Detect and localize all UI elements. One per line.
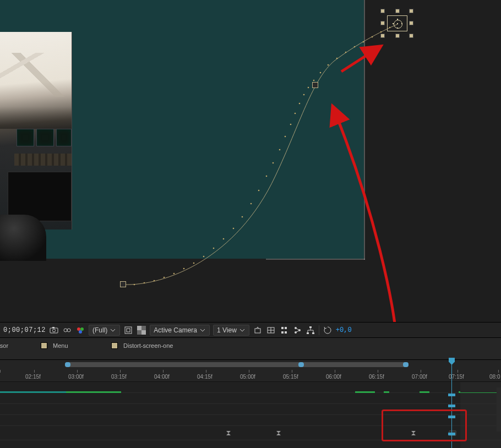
work-area-start-handle[interactable] (65, 362, 70, 367)
exposure-value[interactable]: +0,0 (336, 326, 352, 334)
layer-strip: ursor Menu Distort-screen-one (0, 338, 501, 360)
svg-point-6 (193, 263, 195, 264)
svg-point-17 (285, 136, 286, 138)
show-channel-icon[interactable] (62, 325, 72, 335)
ruler-tick: 06:15f (378, 370, 378, 373)
roi-icon[interactable] (123, 325, 133, 335)
svg-point-16 (279, 149, 281, 151)
reset-exposure-icon[interactable] (323, 325, 333, 335)
ruler-tick-label: 05:00f (240, 374, 262, 380)
svg-point-3 (164, 277, 165, 278)
chevron-down-icon (110, 327, 116, 334)
work-area-mid-handle[interactable] (298, 362, 304, 367)
svg-rect-42 (125, 327, 132, 334)
layer-name: Menu (53, 342, 68, 349)
svg-point-24 (320, 72, 322, 74)
svg-point-28 (354, 46, 356, 48)
layer-name: Distort-screen-one (123, 342, 173, 349)
layer-color-swatch (41, 342, 47, 349)
ruler-tick: 08:0 (498, 370, 499, 373)
svg-point-21 (303, 94, 305, 96)
svg-point-4 (173, 273, 175, 275)
null-object-selected[interactable] (382, 10, 413, 37)
svg-rect-55 (307, 332, 309, 334)
svg-point-14 (266, 176, 268, 177)
work-area-end-handle[interactable] (403, 362, 409, 367)
views-dropdown[interactable]: 1 View (213, 325, 249, 336)
snapshot-icon[interactable] (49, 325, 59, 335)
svg-point-19 (295, 113, 296, 114)
layer-menu[interactable]: Menu (41, 342, 111, 349)
ruler-tick: 03:00f (77, 370, 78, 373)
transform-handle[interactable] (395, 9, 400, 13)
ruler-tick-label: 06:00f (326, 374, 348, 380)
svg-point-10 (233, 228, 235, 230)
transparency-grid-icon[interactable] (137, 325, 146, 335)
layer-distort[interactable]: Distort-screen-one (111, 342, 232, 349)
resolution-label: (Full) (92, 326, 107, 334)
ruler-tick-label: 04:00f (154, 374, 176, 380)
track-row[interactable] (0, 440, 501, 448)
svg-rect-45 (137, 326, 141, 330)
svg-point-41 (79, 330, 82, 334)
color-management-icon[interactable] (75, 325, 85, 335)
ruler-tick: 02:15f (34, 370, 35, 373)
transform-handle[interactable] (380, 21, 385, 25)
keyframe-mid-marker[interactable] (312, 82, 318, 88)
ruler-tick: 03:15f (120, 370, 121, 373)
camera-dropdown[interactable]: Active Camera (150, 325, 210, 336)
share-view-icon[interactable] (253, 325, 263, 335)
keyframe-start-marker[interactable] (120, 281, 126, 287)
motion-path[interactable] (0, 0, 501, 322)
svg-rect-54 (309, 326, 312, 328)
ruler-tick: 04:00f (163, 370, 164, 373)
svg-point-25 (328, 64, 329, 66)
svg-point-29 (363, 41, 364, 43)
transform-handle[interactable] (395, 34, 400, 38)
ruler-tick: 07:15f (458, 370, 458, 373)
resolution-dropdown[interactable]: (Full) (89, 325, 120, 336)
ruler-tick-label: 07:00f (412, 374, 434, 380)
transform-handle[interactable] (409, 21, 413, 25)
svg-point-40 (80, 327, 84, 331)
ruler-tick-label: 04:15f (197, 374, 219, 380)
layer-label-truncated: ursor (0, 342, 41, 349)
preview-toolbar: 0;00;07;12 (Full) Active Camera 1 View (0, 322, 501, 338)
svg-point-20 (299, 103, 301, 105)
ruler-tick-label: 03:00f (68, 374, 90, 380)
svg-point-8 (213, 248, 215, 249)
svg-point-23 (313, 80, 315, 81)
transform-handle[interactable] (380, 9, 385, 13)
keyframe-marker[interactable] (276, 430, 281, 436)
ruler-tick: 05:15f (292, 370, 292, 373)
ruler-tick: 0f (0, 370, 1, 373)
chevron-down-icon (199, 327, 206, 334)
svg-point-7 (203, 256, 205, 258)
svg-point-0 (134, 284, 135, 286)
ruler-tick: 07:00f (421, 370, 421, 373)
transform-handle[interactable] (409, 34, 413, 38)
composition-viewer[interactable] (0, 0, 501, 322)
views-label: 1 View (217, 326, 237, 334)
transform-handle[interactable] (409, 9, 413, 13)
svg-point-1 (144, 282, 145, 284)
svg-point-12 (251, 203, 252, 205)
ruler-tick-label: 06:15f (369, 374, 391, 380)
keyframe-marker[interactable] (226, 430, 231, 436)
ruler-tick: 05:00f (249, 370, 249, 373)
fast-previews-icon[interactable] (279, 325, 289, 335)
time-ruler[interactable]: 0f02:15f03:00f03:15f04:00f04:15f05:00f05… (0, 360, 501, 382)
track-row[interactable] (0, 393, 501, 404)
work-area-bar[interactable] (65, 362, 409, 367)
ruler-tick-label: 05:15f (283, 374, 305, 380)
pixel-aspect-icon[interactable] (266, 325, 276, 335)
ruler-tick-label: 08:0 (489, 374, 501, 380)
flowchart-icon[interactable] (306, 325, 315, 335)
current-timecode[interactable]: 0;00;07;12 (3, 326, 46, 334)
timeline-icon[interactable] (292, 325, 302, 335)
svg-rect-47 (255, 329, 260, 333)
svg-point-13 (258, 190, 260, 192)
svg-point-11 (242, 216, 243, 218)
transform-handle[interactable] (380, 34, 385, 38)
vertical-scrollbar[interactable] (497, 387, 501, 431)
